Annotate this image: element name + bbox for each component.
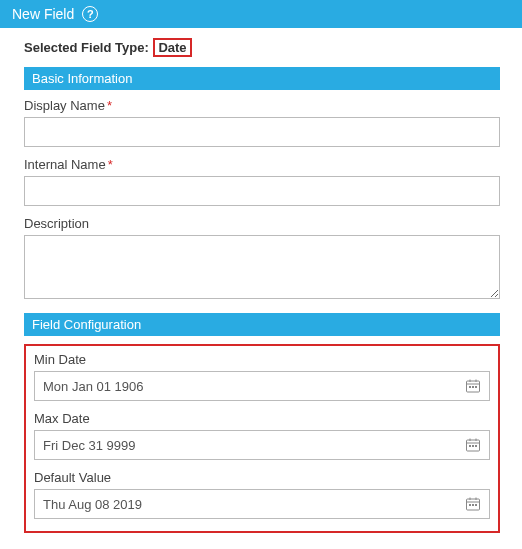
- help-icon[interactable]: ?: [82, 6, 98, 22]
- svg-rect-18: [469, 504, 471, 506]
- min-date-input[interactable]: [35, 372, 457, 400]
- description-input[interactable]: [24, 235, 500, 299]
- calendar-icon[interactable]: [465, 378, 481, 394]
- max-date-label: Max Date: [34, 411, 490, 426]
- required-marker: *: [107, 98, 112, 113]
- dialog-header: New Field ?: [0, 0, 522, 28]
- required-marker: *: [108, 157, 113, 172]
- field-configuration-box: Min Date Max Date Default Value: [24, 344, 500, 533]
- max-date-input[interactable]: [35, 431, 457, 459]
- dialog-title: New Field: [12, 6, 74, 22]
- section-basic-information: Basic Information: [24, 67, 500, 90]
- selected-field-type: Selected Field Type: Date: [24, 38, 500, 57]
- default-value-label: Default Value: [34, 470, 490, 485]
- svg-rect-6: [475, 386, 477, 388]
- internal-name-input[interactable]: [24, 176, 500, 206]
- default-value-input[interactable]: [35, 490, 457, 518]
- min-date-field[interactable]: [34, 371, 490, 401]
- svg-rect-20: [475, 504, 477, 506]
- internal-name-label: Internal Name*: [24, 157, 500, 172]
- selected-field-type-value: Date: [153, 38, 191, 57]
- display-name-input[interactable]: [24, 117, 500, 147]
- calendar-icon[interactable]: [465, 496, 481, 512]
- svg-rect-19: [472, 504, 474, 506]
- svg-rect-12: [472, 445, 474, 447]
- svg-rect-4: [469, 386, 471, 388]
- description-label: Description: [24, 216, 500, 231]
- max-date-field[interactable]: [34, 430, 490, 460]
- section-field-configuration: Field Configuration: [24, 313, 500, 336]
- min-date-label: Min Date: [34, 352, 490, 367]
- svg-rect-13: [475, 445, 477, 447]
- calendar-icon[interactable]: [465, 437, 481, 453]
- selected-field-type-label: Selected Field Type:: [24, 40, 149, 55]
- display-name-label: Display Name*: [24, 98, 500, 113]
- svg-rect-11: [469, 445, 471, 447]
- default-value-field[interactable]: [34, 489, 490, 519]
- svg-rect-5: [472, 386, 474, 388]
